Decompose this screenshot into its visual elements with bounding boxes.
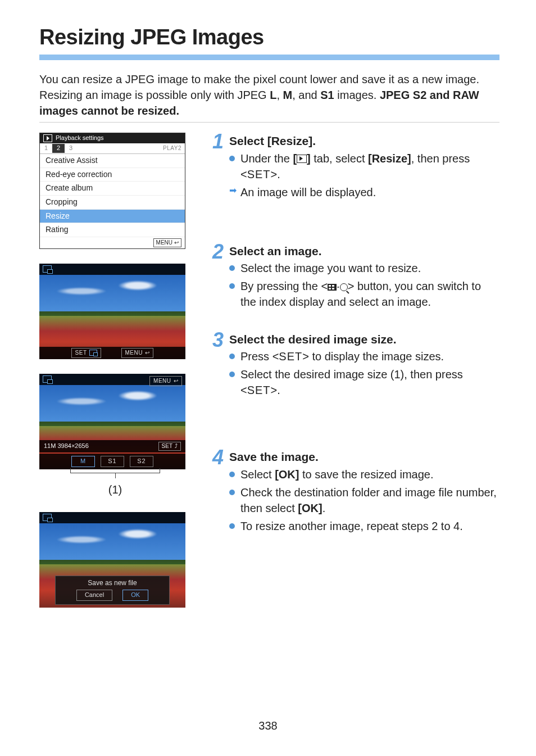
title-rule xyxy=(39,55,499,60)
figure-save-dialog: Save as new file Cancel OK xyxy=(39,512,185,608)
menu-button-overlay: MENU↩ xyxy=(149,376,182,386)
step-bullet: To resize another image, repeat steps 2 … xyxy=(229,518,499,534)
step-bullet: Check the destination folder and image f… xyxy=(229,485,499,516)
step-number: 1 xyxy=(207,132,224,202)
size-option-s2: S2 xyxy=(130,456,153,467)
step-bullet: Select the desired image size (1), then … xyxy=(229,366,499,398)
step-2: 2 Select an image. Select the image you … xyxy=(207,243,499,312)
step-3: 3 Select the desired image size. Press <… xyxy=(207,331,499,400)
menu-item: Create album xyxy=(40,182,185,196)
magnify-icon xyxy=(340,283,348,291)
menu-item: Rating xyxy=(40,223,185,237)
set-button-overlay: SET xyxy=(71,348,101,358)
step-bullet: By pressing the <·> button, you can swit… xyxy=(229,278,499,310)
intro-sep2: , and xyxy=(292,89,320,101)
menu-back-button: MENU↩ xyxy=(153,238,181,247)
step-bullet: Under the [] tab, select [Resize], then … xyxy=(229,151,499,182)
dialog-ok-button: OK xyxy=(122,590,148,600)
step-bullet: Select [OK] to save the resized image. xyxy=(229,467,499,482)
playback-tab-icon xyxy=(297,155,307,163)
steps-column: 1 Select [Resize]. Under the [] tab, sel… xyxy=(207,133,499,608)
step-title: Select an image. xyxy=(229,243,499,259)
resize-mode-icon xyxy=(43,514,52,521)
step-result: An image will be displayed. xyxy=(229,184,499,200)
size-option-s1: S1 xyxy=(101,456,124,467)
dialog-cancel-button: Cancel xyxy=(76,590,112,600)
size-s2-glyph: S2 xyxy=(413,89,426,101)
page-number: 338 xyxy=(0,718,536,734)
step-bullet: Press <SET> to display the image sizes. xyxy=(229,348,499,364)
index-icon xyxy=(328,284,337,291)
size-option-m: M xyxy=(71,456,95,467)
menu-button-overlay: MENU↩ xyxy=(121,348,154,358)
figure-size-select-wrapper: MENU↩ 11M 3984×2656 SET⤴ M S1 S2 (1) xyxy=(39,374,191,497)
figure-size-select: MENU↩ 11M 3984×2656 SET⤴ M S1 S2 xyxy=(39,374,185,469)
step-1: 1 Select [Resize]. Under the [] tab, sel… xyxy=(207,133,499,202)
dialog-title: Save as new file xyxy=(56,578,169,588)
page-title: Resizing JPEG Images xyxy=(39,22,499,52)
intro-divider xyxy=(39,122,499,123)
intro-text2: images. xyxy=(334,89,380,101)
playback-icon xyxy=(43,134,52,142)
menu-header: Playback settings xyxy=(56,134,104,142)
resolution-text: 11M 3984×2656 xyxy=(44,442,89,450)
resize-icon xyxy=(89,350,97,356)
step-number: 3 xyxy=(207,330,224,400)
callout-label: (1) xyxy=(39,482,191,497)
size-l-glyph: L xyxy=(270,89,276,101)
figures-column: Playback settings 1 2 3 PLAY2 Creative A… xyxy=(39,133,191,608)
menu-item-selected: Resize xyxy=(40,210,185,224)
menu-tab-1: 1 xyxy=(40,144,52,152)
step-number: 4 xyxy=(207,447,224,536)
intro-paragraph: You can resize a JPEG image to make the … xyxy=(39,71,499,119)
step-number: 2 xyxy=(207,242,224,312)
resize-mode-icon xyxy=(43,375,52,383)
callout-bracket xyxy=(70,470,160,483)
menu-tab-2: 2 xyxy=(52,144,65,152)
figure-image-view: SET MENU↩ xyxy=(39,264,185,359)
size-s1-glyph: S1 xyxy=(320,89,334,101)
intro-sep: , xyxy=(276,89,283,101)
set-button-overlay: SET⤴ xyxy=(158,442,181,451)
step-title: Select the desired image size. xyxy=(229,331,499,347)
step-title: Select [Resize]. xyxy=(229,133,499,149)
menu-tab-label: PLAY2 xyxy=(163,144,181,152)
menu-item: Creative Assist xyxy=(40,154,185,168)
menu-tab-3: 3 xyxy=(65,144,77,152)
menu-item: Cropping xyxy=(40,196,185,210)
save-dialog: Save as new file Cancel OK xyxy=(55,576,170,605)
step-bullet: Select the image you want to resize. xyxy=(229,260,499,276)
figure-menu: Playback settings 1 2 3 PLAY2 Creative A… xyxy=(39,133,185,249)
size-m-glyph: M xyxy=(283,89,293,101)
intro-bold-prefix: JPEG xyxy=(380,89,413,101)
step-4: 4 Save the image. Select [OK] to save th… xyxy=(207,449,499,536)
menu-item: Red-eye correction xyxy=(40,168,185,182)
resize-mode-icon xyxy=(43,265,52,273)
step-title: Save the image. xyxy=(229,449,499,465)
